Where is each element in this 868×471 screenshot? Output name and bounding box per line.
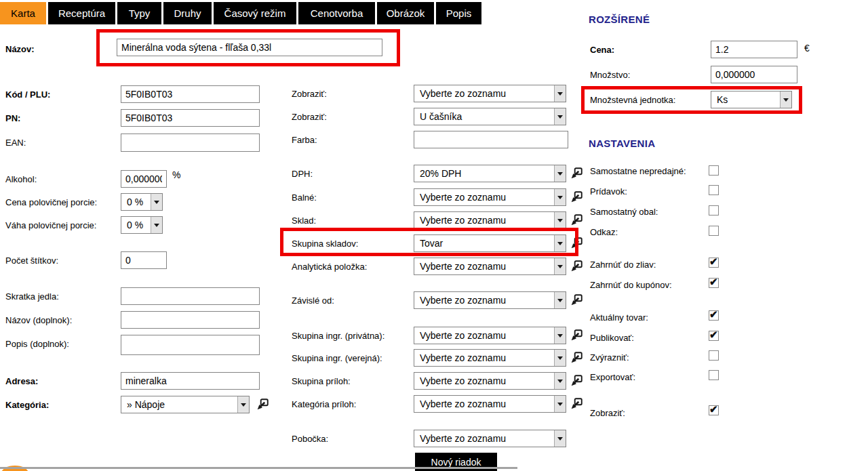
checkbox-zvyraznit[interactable] bbox=[709, 350, 719, 361]
zobrazit1-select[interactable]: Vyberte zo zoznamu bbox=[414, 85, 566, 102]
checkbox-samostatny-obal[interactable] bbox=[709, 205, 719, 216]
chevron-down-icon bbox=[554, 235, 566, 251]
alkohol-percent-suffix: % bbox=[172, 169, 180, 180]
cena-polovicnej-porcie-select[interactable]: 0 % bbox=[121, 193, 163, 211]
pick-from-list-icon[interactable] bbox=[570, 190, 583, 203]
cena-input[interactable] bbox=[711, 41, 797, 58]
chevron-down-icon bbox=[780, 91, 791, 108]
checkbox-exportovat[interactable] bbox=[709, 370, 719, 380]
checkbox-zobrazit[interactable] bbox=[709, 405, 719, 415]
pobocka-select[interactable]: Vyberte zo zoznamu bbox=[414, 430, 566, 447]
zahrnut-do-kuponov-label: Zahrnúť do kupónov: bbox=[590, 280, 672, 290]
skupina-ingr-verejna-label: Skupina ingr. (verejná): bbox=[292, 353, 382, 363]
farba-label: Farba: bbox=[292, 135, 317, 145]
adresa-input[interactable] bbox=[121, 372, 260, 390]
kod-plu-label: Kód / PLU: bbox=[5, 89, 50, 100]
checkbox-zahrnut-do-kuponov[interactable] bbox=[709, 278, 719, 288]
nastavenia-heading: NASTAVENIA bbox=[589, 138, 655, 149]
select-value: 20% DPH bbox=[414, 168, 554, 179]
tab-receptura[interactable]: Receptúra bbox=[48, 2, 115, 24]
pick-from-list-icon[interactable] bbox=[570, 167, 583, 180]
chevron-down-icon bbox=[237, 396, 249, 413]
select-value: » Nápoje bbox=[121, 399, 237, 410]
tab-casovy-rezim[interactable]: Časový režim bbox=[214, 2, 296, 24]
rozsirene-heading: ROZŠÍRENÉ bbox=[589, 14, 650, 25]
pick-from-list-icon[interactable] bbox=[570, 213, 583, 226]
tab-typy[interactable]: Typy bbox=[117, 2, 161, 24]
zavisle-od-label: Závislé od: bbox=[292, 295, 334, 306]
zobrazit-setting-label: Zobraziť: bbox=[590, 408, 625, 418]
checkbox-samostatne-nepredajne[interactable] bbox=[709, 165, 719, 176]
nazov-doplnok-input[interactable] bbox=[121, 311, 260, 329]
dph-label: DPH: bbox=[292, 169, 313, 179]
checkbox-publikovat[interactable] bbox=[709, 331, 719, 341]
nazov-label: Názov: bbox=[5, 44, 35, 54]
kategoria-select[interactable]: » Nápoje bbox=[121, 396, 250, 413]
farba-input[interactable] bbox=[414, 131, 568, 148]
mnozstvo-input[interactable] bbox=[711, 66, 797, 83]
ean-input[interactable] bbox=[121, 134, 260, 152]
pick-from-list-icon[interactable] bbox=[570, 329, 583, 342]
nazov-input[interactable] bbox=[117, 39, 382, 56]
chevron-down-icon bbox=[554, 108, 566, 125]
popis-doplnok-input[interactable] bbox=[121, 335, 260, 355]
kod-plu-input[interactable] bbox=[121, 85, 260, 103]
vaha-polovicnej-porcie-select[interactable]: 0 % bbox=[121, 216, 163, 234]
zavisle-od-select[interactable]: Vyberte zo zoznamu bbox=[414, 291, 566, 309]
skupina-skladov-select[interactable]: Tovar bbox=[414, 234, 566, 252]
pn-input[interactable] bbox=[121, 109, 260, 127]
zvyraznit-label: Zvýrazniť: bbox=[590, 352, 629, 363]
analyticka-polozka-select[interactable]: Vyberte zo zoznamu bbox=[414, 258, 566, 275]
tab-druhy[interactable]: Druhy bbox=[163, 2, 212, 24]
skratka-jedla-input[interactable] bbox=[121, 287, 260, 305]
balne-select[interactable]: Vyberte zo zoznamu bbox=[414, 188, 566, 206]
alkohol-input[interactable] bbox=[121, 170, 167, 188]
kategoria-priloh-select[interactable]: Vyberte zo zoznamu bbox=[414, 395, 566, 413]
tab-obrazok[interactable]: Obrázok bbox=[377, 2, 434, 24]
chevron-down-icon bbox=[151, 217, 162, 233]
tab-karta[interactable]: Karta bbox=[0, 2, 46, 24]
pocet-stitkov-input[interactable] bbox=[121, 251, 167, 269]
mnozstevna-jednotka-select[interactable]: Ks bbox=[711, 91, 792, 108]
item-card-page: Karta Receptúra Typy Druhy Časový režim … bbox=[0, 0, 868, 471]
skupina-ingr-privatna-select[interactable]: Vyberte zo zoznamu bbox=[414, 327, 566, 344]
pobocka-label: Pobočka: bbox=[292, 434, 328, 444]
bottom-divider bbox=[0, 467, 517, 469]
skupina-ingr-verejna-select[interactable]: Vyberte zo zoznamu bbox=[414, 349, 566, 367]
dph-select[interactable]: 20% DPH bbox=[414, 165, 566, 182]
skupina-priloh-label: Skupina príloh: bbox=[292, 376, 351, 386]
skupina-priloh-select[interactable]: Vyberte zo zoznamu bbox=[414, 372, 566, 390]
publikovat-label: Publikovať: bbox=[590, 333, 634, 343]
analyticka-polozka-label: Analytická položka: bbox=[292, 262, 367, 272]
pick-from-list-icon[interactable] bbox=[570, 293, 583, 306]
tab-cenotvorba[interactable]: Cenotvorba bbox=[298, 2, 375, 24]
pick-from-list-icon[interactable] bbox=[570, 351, 583, 364]
select-value: Vyberte zo zoznamu bbox=[414, 433, 554, 444]
checkbox-zahrnut-do-zliav[interactable] bbox=[709, 258, 719, 268]
pick-from-list-icon[interactable] bbox=[570, 237, 583, 249]
samostatne-nepredajne-label: Samostatne nepredajné: bbox=[590, 166, 686, 176]
sklad-select[interactable]: Vyberte zo zoznamu bbox=[414, 211, 566, 229]
pn-label: PN: bbox=[5, 113, 20, 123]
checkbox-aktualny-tovar[interactable] bbox=[709, 310, 719, 321]
tab-popis[interactable]: Popis bbox=[436, 2, 481, 24]
skupina-ingr-privatna-label: Skupina ingr. (privátna): bbox=[292, 331, 384, 341]
select-value: 0 % bbox=[121, 197, 151, 207]
checkbox-pridavok[interactable] bbox=[709, 185, 719, 195]
pick-from-list-icon[interactable] bbox=[570, 397, 583, 410]
zobrazit1-label: Zobraziť: bbox=[292, 89, 327, 99]
zobrazit2-select[interactable]: U čašníka bbox=[414, 108, 566, 125]
checkbox-odkaz[interactable] bbox=[709, 226, 719, 236]
aktualny-tovar-label: Aktuálny tovar: bbox=[590, 312, 648, 323]
pick-from-list-icon[interactable] bbox=[256, 398, 269, 411]
zahrnut-do-zliav-label: Zahrnúť do zliav: bbox=[590, 260, 656, 270]
select-value: Tovar bbox=[414, 238, 554, 249]
kategoria-priloh-label: Kategória príloh: bbox=[292, 399, 356, 409]
sklad-label: Sklad: bbox=[292, 216, 316, 226]
exportovat-label: Exportovať: bbox=[590, 372, 635, 382]
odkaz-label: Odkaz: bbox=[590, 227, 618, 237]
kategoria-label: Kategória: bbox=[5, 400, 49, 410]
pick-from-list-icon[interactable] bbox=[570, 260, 583, 272]
ean-label: EAN: bbox=[5, 138, 26, 148]
pick-from-list-icon[interactable] bbox=[570, 374, 583, 387]
